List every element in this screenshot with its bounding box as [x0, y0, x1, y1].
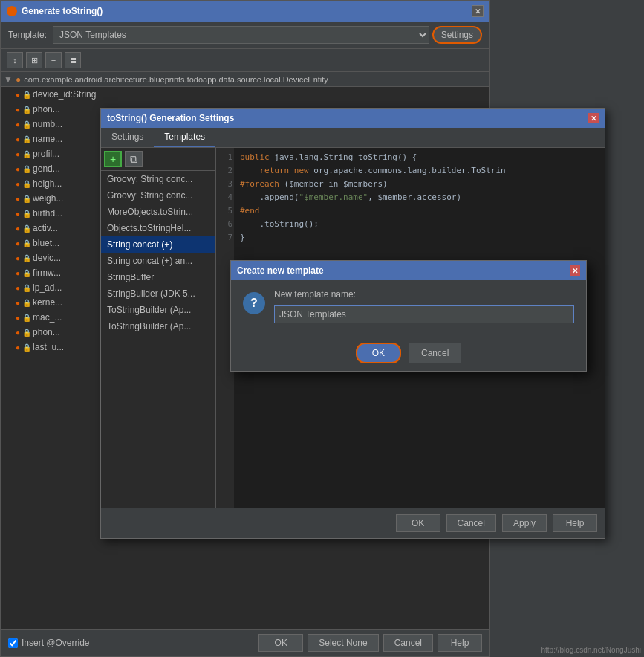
list-item[interactable]: String concat (+) [101, 236, 215, 253]
field-label: device_id:String [33, 89, 96, 100]
field-icon: ● [16, 165, 20, 173]
website-label: http://blog.csdn.net/NongJushi [541, 646, 641, 654]
main-dialog-titlebar: Generate toString() ✕ [1, 1, 489, 22]
align-button[interactable]: ≡ [45, 52, 62, 68]
template-name-label: New template name: [274, 289, 574, 300]
field-label: weigh... [33, 193, 63, 204]
list-item[interactable]: ToStringBuilder (Ap... [101, 302, 215, 318]
align2-button[interactable]: ≣ [65, 52, 81, 68]
tree-root-label: com.example.android.architecture.bluepri… [24, 75, 328, 84]
fields-button[interactable]: ⊞ [26, 52, 42, 68]
code-line: } [240, 231, 599, 245]
list-item[interactable]: Objects.toStringHel... [101, 220, 215, 236]
template-list-toolbar: + ⧉ [101, 148, 215, 171]
main-dialog-bottom: Insert @Override OK Select None Cancel H… [1, 629, 489, 656]
list-item[interactable]: Groovy: String conc... [101, 171, 215, 187]
field-label: devic... [33, 253, 61, 263]
tab-settings[interactable]: Settings [101, 128, 154, 147]
list-item[interactable]: StringBuilder (JDK 5... [101, 285, 215, 302]
create-template-dialog: Create new template ✕ ? New template nam… [230, 260, 587, 372]
field-icon: ● [16, 91, 20, 99]
field-label: birthd... [33, 208, 62, 219]
code-line: #end [240, 204, 599, 218]
main-dialog-close[interactable]: ✕ [472, 5, 484, 17]
lock-icon: 🔒 [22, 314, 31, 322]
list-item[interactable]: MoreObjects.toStrin... [101, 204, 215, 220]
field-label: firmw... [33, 268, 61, 278]
field-icon: ● [16, 239, 20, 247]
tab-templates[interactable]: Templates [154, 128, 215, 147]
settings-button[interactable]: Settings [432, 26, 482, 44]
field-icon: ● [16, 120, 20, 129]
create-ok-button[interactable]: OK [356, 343, 401, 363]
create-dialog-content: New template name: [274, 289, 574, 323]
lock-icon: 🔒 [22, 269, 31, 277]
field-icon: ● [16, 135, 20, 143]
settings-apply-button[interactable]: Apply [502, 514, 547, 532]
lock-icon: 🔒 [22, 120, 31, 129]
settings-dialog-close[interactable]: ✕ [588, 113, 599, 123]
help-button[interactable]: Help [438, 634, 482, 652]
override-checkbox[interactable] [8, 638, 18, 648]
lock-icon: 🔒 [22, 106, 31, 114]
field-label: gend... [33, 164, 60, 174]
field-label: phon... [33, 327, 60, 337]
lock-icon: 🔒 [22, 254, 31, 262]
create-cancel-button[interactable]: Cancel [409, 343, 461, 363]
lock-icon: 🔒 [22, 135, 31, 143]
code-line: #foreach ($member in $members) [240, 178, 599, 191]
main-dialog-title: Generate toString() [22, 6, 103, 16]
field-label: activ... [33, 223, 58, 233]
settings-ok-button[interactable]: OK [396, 514, 440, 532]
select-none-button[interactable]: Select None [308, 634, 378, 652]
ok-button[interactable]: OK [258, 634, 303, 652]
template-select[interactable]: JSON Templates [53, 26, 429, 44]
code-line: return new org.apache.commons.lang.build… [240, 164, 599, 178]
class-icon: ● [16, 74, 21, 85]
toolbar-row: ↕ ⊞ ≡ ≣ [1, 49, 489, 72]
field-icon: ● [16, 224, 20, 233]
list-item[interactable]: ToStringBuilder (Ap... [101, 318, 215, 334]
sort-button[interactable]: ↕ [7, 52, 23, 68]
field-label: mac_... [33, 312, 62, 323]
template-label: Template: [8, 30, 47, 40]
create-dialog-close[interactable]: ✕ [570, 265, 580, 276]
template-list-panel: + ⧉ Groovy: String conc... Groovy: Strin… [101, 148, 216, 508]
lock-icon: 🔒 [22, 284, 31, 292]
add-template-button[interactable]: + [104, 151, 122, 167]
action-buttons: OK Select None Cancel Help [258, 634, 482, 652]
cancel-button[interactable]: Cancel [383, 634, 433, 652]
field-label: last_u... [33, 342, 64, 352]
field-label: kerne... [33, 297, 62, 308]
list-item[interactable]: Groovy: String conc... [101, 187, 215, 204]
checkbox-row: Insert @Override [8, 638, 90, 648]
field-icon: ● [16, 195, 20, 203]
main-dialog-icon [7, 6, 17, 16]
settings-help-button[interactable]: Help [553, 514, 597, 532]
create-dialog-body: ? New template name: [231, 280, 586, 338]
field-icon: ● [16, 314, 20, 322]
settings-tabs: Settings Templates [101, 128, 605, 148]
field-label: name... [33, 134, 62, 144]
tree-root[interactable]: ▼ ● com.example.android.architecture.blu… [1, 72, 489, 87]
field-label: phon... [33, 104, 60, 114]
create-dialog-title: Create new template [237, 265, 324, 276]
field-icon: ● [16, 180, 20, 188]
lock-icon: 🔒 [22, 210, 31, 218]
list-item[interactable]: ● 🔒 device_id:String [1, 87, 489, 102]
template-name-input[interactable] [274, 305, 574, 323]
field-icon: ● [16, 299, 20, 307]
field-label: heigh... [33, 178, 62, 189]
copy-template-button[interactable]: ⧉ [125, 151, 143, 167]
field-icon: ● [16, 106, 20, 114]
template-list: Groovy: String conc... Groovy: String co… [101, 171, 215, 508]
lock-icon: 🔒 [22, 328, 31, 337]
lock-icon: 🔒 [22, 91, 31, 99]
settings-cancel-button[interactable]: Cancel [446, 514, 496, 532]
field-label: bluet... [33, 238, 59, 248]
override-label: Insert @Override [22, 638, 90, 648]
list-item[interactable]: StringBuffer [101, 269, 215, 285]
list-item[interactable]: String concat (+) an... [101, 253, 215, 269]
lock-icon: 🔒 [22, 343, 31, 352]
field-icon: ● [16, 343, 20, 352]
